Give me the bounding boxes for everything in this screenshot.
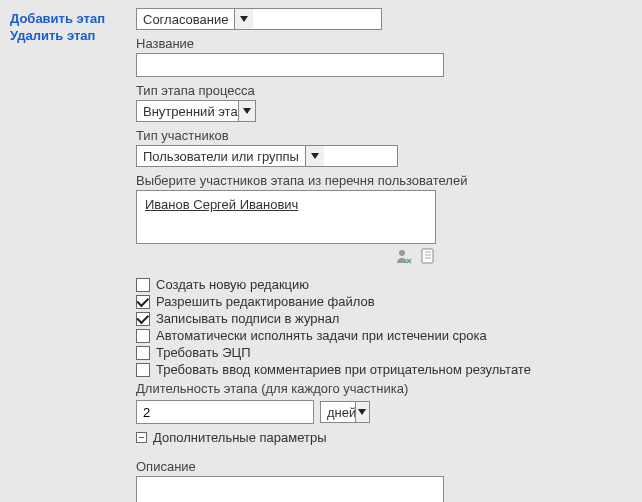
- duration-label: Длительность этапа (для каждого участник…: [136, 381, 632, 396]
- name-input[interactable]: [136, 53, 444, 77]
- extra-params-label: Дополнительные параметры: [153, 430, 327, 445]
- stage-select[interactable]: Согласование: [136, 8, 382, 30]
- svg-marker-8: [358, 409, 366, 415]
- pick-participants-label: Выберите участников этапа из перечня пол…: [136, 173, 632, 188]
- checkbox-require-comment[interactable]: [136, 363, 150, 377]
- stage-type-select-value: Внутренний этап: [137, 101, 238, 121]
- checkbox-label: Автоматически исполнять задачи при истеч…: [156, 328, 487, 343]
- stage-type-label: Тип этапа процесса: [136, 83, 632, 98]
- address-book-icon[interactable]: [420, 248, 436, 264]
- chevron-down-icon[interactable]: [305, 146, 324, 166]
- svg-marker-2: [311, 153, 319, 159]
- participants-type-select-value: Пользователи или группы: [137, 146, 305, 166]
- stage-type-select[interactable]: Внутренний этап: [136, 100, 256, 122]
- pick-user-icon[interactable]: [396, 248, 412, 264]
- duration-input[interactable]: [136, 400, 314, 424]
- svg-rect-4: [422, 249, 433, 263]
- description-input[interactable]: [136, 476, 444, 502]
- checkbox-label: Разрешить редактирование файлов: [156, 294, 375, 309]
- checkbox-allow-file-edit[interactable]: [136, 295, 150, 309]
- duration-unit-value: дней: [321, 402, 355, 422]
- chevron-down-icon[interactable]: [234, 9, 253, 29]
- checkbox-log-signatures[interactable]: [136, 312, 150, 326]
- checkbox-label: Требовать ЭЦП: [156, 345, 251, 360]
- checkbox-require-eds[interactable]: [136, 346, 150, 360]
- checkbox-auto-tasks[interactable]: [136, 329, 150, 343]
- chevron-down-icon[interactable]: [355, 402, 369, 422]
- participant-link[interactable]: Иванов Сергей Иванович: [145, 197, 298, 212]
- participants-type-select[interactable]: Пользователи или группы: [136, 145, 398, 167]
- extra-params-toggle[interactable]: −: [136, 432, 147, 443]
- svg-marker-1: [243, 108, 251, 114]
- checkbox-label: Записывать подписи в журнал: [156, 311, 339, 326]
- checkbox-label: Требовать ввод комментариев при отрицате…: [156, 362, 531, 377]
- checkbox-label: Создать новую редакцию: [156, 277, 309, 292]
- participants-type-label: Тип участников: [136, 128, 632, 143]
- stage-select-value: Согласование: [137, 9, 234, 29]
- name-label: Название: [136, 36, 632, 51]
- remove-stage-link[interactable]: Удалить этап: [10, 27, 136, 44]
- description-label: Описание: [136, 459, 632, 474]
- checkbox-new-edition[interactable]: [136, 278, 150, 292]
- duration-unit-select[interactable]: дней: [320, 401, 370, 423]
- participants-box[interactable]: Иванов Сергей Иванович: [136, 190, 436, 244]
- add-stage-link[interactable]: Добавить этап: [10, 10, 136, 27]
- svg-marker-0: [240, 16, 248, 22]
- svg-point-3: [399, 250, 405, 256]
- chevron-down-icon[interactable]: [238, 101, 255, 121]
